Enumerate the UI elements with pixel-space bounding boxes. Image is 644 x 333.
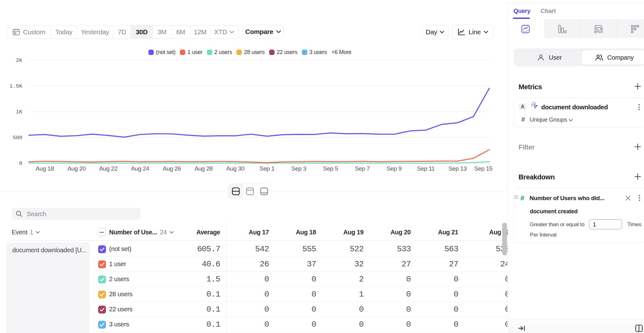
- svg-text:Sep 3: Sep 3: [291, 165, 306, 172]
- svg-text:Sep 5: Sep 5: [323, 165, 338, 172]
- svg-text:Aug 20: Aug 20: [67, 165, 86, 172]
- svg-text:Sep 15: Sep 15: [474, 165, 492, 172]
- svg-text:Aug 28: Aug 28: [194, 165, 213, 172]
- svg-text:Sep 13: Sep 13: [448, 165, 467, 172]
- svg-text:Sep 1: Sep 1: [259, 165, 275, 172]
- svg-text:Sep 9: Sep 9: [386, 165, 402, 172]
- svg-text:1.5K: 1.5K: [9, 83, 23, 89]
- svg-text:Sep 7: Sep 7: [355, 165, 370, 172]
- svg-text:Aug 22: Aug 22: [99, 165, 117, 172]
- svg-text:Aug 24: Aug 24: [131, 165, 149, 172]
- svg-text:Aug 26: Aug 26: [163, 165, 181, 172]
- svg-text:1K: 1K: [16, 109, 23, 115]
- svg-text:500: 500: [13, 135, 22, 141]
- svg-text:Aug 18: Aug 18: [36, 165, 54, 172]
- svg-text:Sep 11: Sep 11: [417, 165, 435, 172]
- svg-text:2K: 2K: [16, 57, 23, 63]
- svg-text:Aug 30: Aug 30: [226, 165, 244, 172]
- svg-text:0: 0: [19, 161, 22, 166]
